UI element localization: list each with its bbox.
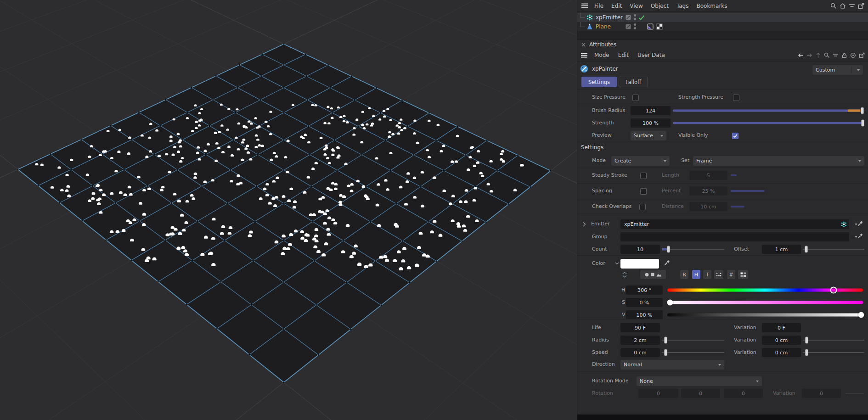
slider-handle[interactable] [858,312,864,318]
length-field[interactable]: 5 [689,171,727,180]
color-mode-rgb-button[interactable]: R [680,270,688,279]
viewport-canvas[interactable] [0,0,577,420]
visibility-dots-icon[interactable] [634,23,636,29]
eyedropper-icon[interactable] [664,259,671,266]
emitter-link-field[interactable]: xpEmitter [620,219,849,229]
value-field[interactable]: 100 % [626,310,663,319]
object-row-xpemitter[interactable]: xpEmitter [577,13,868,22]
rotation-z-field[interactable]: 0 [724,389,763,398]
check-overlaps-checkbox[interactable] [639,204,646,210]
menu-bookmarks[interactable]: Bookmarks [697,3,727,9]
color-swatches-button[interactable] [738,270,748,279]
search-icon[interactable] [830,3,837,9]
group-link-field[interactable] [620,232,849,241]
slider-handle[interactable] [667,246,670,253]
hue-slider[interactable] [667,286,863,295]
object-enabled-check-icon[interactable] [638,15,645,21]
saturation-field[interactable]: 0 % [626,298,663,307]
slider-handle[interactable] [805,349,808,356]
rotation-x-field[interactable]: 0 [638,389,678,398]
attr-menu-edit[interactable]: Edit [618,52,629,58]
menu-object[interactable]: Object [651,3,669,9]
close-icon[interactable] [581,43,586,47]
layer-icon[interactable] [626,15,631,20]
rotation-y-field[interactable]: 0 [681,389,720,398]
target-icon[interactable] [850,52,856,58]
distance-slider[interactable] [731,202,864,211]
menu-tags[interactable]: Tags [676,3,689,9]
filter-icon[interactable] [849,3,855,9]
color-expand-chevron-icon[interactable] [615,262,619,265]
tab-settings[interactable]: Settings [581,77,617,87]
radius-variation-field[interactable]: 0 cm [762,336,801,345]
spacing-checkbox[interactable] [640,188,647,195]
eyedropper-icon[interactable] [857,233,863,239]
rotation-variation-slider[interactable] [845,389,864,398]
layer-icon[interactable] [626,24,631,29]
speed-slider[interactable] [662,348,724,357]
object-name[interactable]: xpEmitter [596,14,623,21]
attr-menu-mode[interactable]: Mode [594,52,609,58]
slider-handle[interactable] [830,287,837,294]
checkerboard-tag-icon[interactable] [656,23,663,30]
rotation-variation-field[interactable]: 0 [802,389,841,398]
strength-pressure-checkbox[interactable] [733,95,739,101]
offset-field[interactable]: 1 cm [762,245,801,254]
menu-view[interactable]: View [630,3,643,9]
count-field[interactable]: 10 [620,245,660,254]
preview-dropdown[interactable]: Surface [631,131,666,140]
size-pressure-checkbox[interactable] [632,95,639,101]
strength-slider[interactable] [673,118,864,128]
expand-chevron-icon[interactable] [583,222,586,227]
value-slider[interactable] [667,310,863,319]
object-name[interactable]: Plane [596,23,611,30]
strength-field[interactable]: 100 % [631,118,671,128]
speed-field[interactable]: 0 cm [620,348,660,357]
slider-handle[interactable] [805,246,808,253]
visible-only-checkbox[interactable] [732,133,738,139]
search-icon[interactable] [824,52,830,58]
saturation-slider[interactable] [667,298,863,307]
brush-radius-field[interactable]: 124 [631,106,671,115]
color-hex-button[interactable]: # [727,270,735,279]
slider-handle[interactable] [861,107,864,114]
selection-tag-icon[interactable] [647,23,654,30]
attributes-hamburger-icon[interactable] [581,53,587,58]
menu-file[interactable]: File [594,3,603,9]
eyedropper-icon[interactable] [857,220,863,227]
object-row-plane[interactable]: Plane [577,22,868,31]
3d-viewport[interactable] [0,0,577,420]
attr-menu-user-data[interactable]: User Data [637,52,665,58]
set-dropdown[interactable]: Frame [693,156,864,166]
up-arrow-icon[interactable] [815,52,821,58]
slider-handle[interactable] [805,337,808,344]
speed-variation-field[interactable]: 0 cm [762,348,801,357]
slider-handle[interactable] [664,349,667,356]
life-variation-field[interactable]: 0 F [762,323,801,332]
tab-falloff[interactable]: Falloff [619,77,648,87]
speed-variation-slider[interactable] [803,348,864,357]
mode-dropdown[interactable]: Create [611,156,670,166]
count-slider[interactable] [662,245,724,254]
color-mode-temperature-button[interactable]: T [703,270,711,279]
popout-icon[interactable] [859,52,865,58]
percent-field[interactable]: 25 % [689,186,727,196]
direction-dropdown[interactable]: Normal [620,360,724,370]
life-field[interactable]: 90 F [620,323,660,332]
popout-icon[interactable] [858,3,864,9]
lock-icon[interactable] [841,52,847,58]
slider-handle[interactable] [667,300,673,306]
forward-arrow-icon[interactable] [806,52,812,58]
distance-field[interactable]: 10 cm [689,202,727,211]
slider-handle[interactable] [664,337,667,344]
preset-dropdown[interactable]: Custom [812,65,863,75]
color-swatch[interactable] [620,259,659,269]
color-mode-hsv-button[interactable]: H [692,270,700,279]
home-icon[interactable] [840,3,846,9]
length-slider[interactable] [731,171,864,180]
back-arrow-icon[interactable] [798,52,804,58]
color-mixer-button[interactable] [714,270,723,279]
offset-slider[interactable] [803,245,864,254]
emitter-label[interactable]: Emitter [591,219,610,229]
rotation-mode-dropdown[interactable]: None [637,376,762,386]
